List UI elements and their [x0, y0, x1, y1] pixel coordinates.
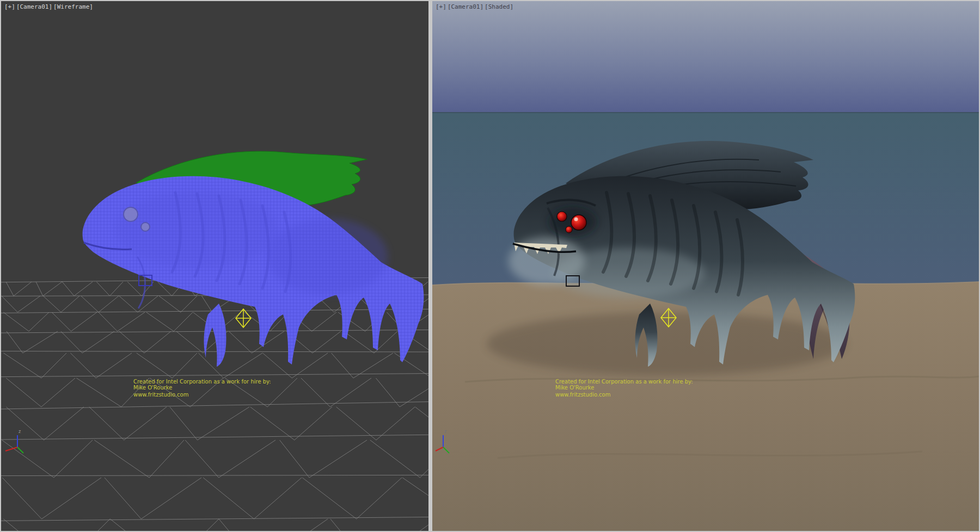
fish-eye: [124, 207, 138, 221]
viewport-menu-camera[interactable]: [Camera01]: [448, 3, 483, 10]
credit-line-1: Created for Intel Corporation as a work …: [133, 379, 271, 385]
axis-z-label: z: [444, 429, 447, 434]
axis-z-label: z: [19, 429, 21, 434]
credit-line-2: Mike O'Rourke: [133, 385, 271, 391]
credit-line-3: www.fritzstudio.com: [133, 392, 271, 398]
max-dual-viewport: [+][Camera01][Wireframe]: [0, 0, 980, 532]
shaded-scene: z: [432, 1, 979, 531]
fish-eye: [571, 215, 586, 230]
credit-line-1: Created for Intel Corporation as a work …: [555, 379, 693, 385]
scene-credit-text: Created for Intel Corporation as a work …: [133, 379, 271, 398]
credit-line-3: www.fritzstudio.com: [555, 392, 693, 398]
viewport-menu-shading[interactable]: [Shaded]: [485, 3, 513, 10]
viewport-label: [+][Camera01][Wireframe]: [4, 3, 94, 10]
scene-credit-text: Created for Intel Corporation as a work …: [555, 379, 693, 398]
credit-line-2: Mike O'Rourke: [555, 385, 693, 391]
fish-eye-third: [566, 226, 572, 233]
viewport-menu-plus-icon[interactable]: [+]: [436, 3, 446, 10]
viewport-menu-shading[interactable]: [Wireframe]: [53, 3, 93, 10]
viewport-menu-camera[interactable]: [Camera01]: [16, 3, 52, 10]
fish-eye-second: [557, 212, 567, 221]
viewport-wireframe[interactable]: [+][Camera01][Wireframe]: [1, 1, 428, 531]
sky: [432, 1, 979, 114]
wireframe-scene: z: [1, 1, 428, 531]
viewport-label: [+][Camera01][Shaded]: [436, 3, 514, 10]
viewport-splitter[interactable]: [428, 1, 432, 531]
eye-highlight: [574, 218, 578, 221]
fish-shadow: [487, 312, 846, 375]
viewport-menu-plus-icon[interactable]: [+]: [4, 3, 15, 10]
fish-eye-small: [141, 222, 150, 231]
viewport-shaded[interactable]: [+][Camera01][Shaded]: [432, 1, 979, 531]
